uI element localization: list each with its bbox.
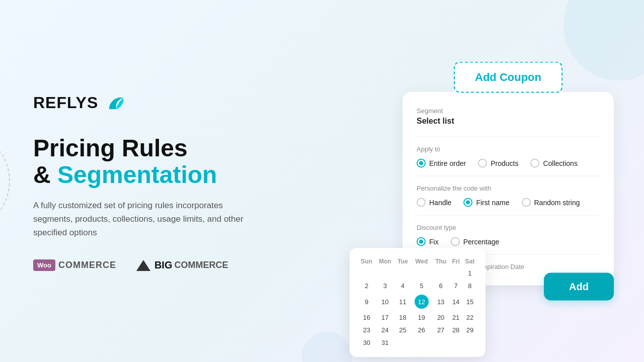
calendar-week-row: 1 — [358, 267, 477, 280]
discount-type-section: Discount type Fix Percentage — [417, 224, 600, 246]
radio-handle[interactable]: Handle — [417, 198, 451, 207]
calendar-body: 1234567891011121314151617181920212223242… — [358, 267, 477, 349]
logo-area: REFLYS — [33, 91, 315, 115]
calendar-day[interactable]: 15 — [462, 292, 477, 311]
calendar-day[interactable]: 1 — [462, 267, 477, 280]
calendar-week-row: 9101112131415 — [358, 292, 477, 311]
radio-fix[interactable]: Fix — [417, 237, 439, 246]
calendar-day[interactable]: 26 — [411, 324, 432, 336]
calendar-day[interactable]: 27 — [432, 324, 449, 336]
calendar-day[interactable]: 18 — [394, 311, 411, 324]
calendar-week-row: 16171819202122 — [358, 311, 477, 324]
heading-line1: Pricing Rules — [33, 135, 315, 162]
woocommerce-logo: Woo COMMERCE — [33, 259, 116, 271]
heading-prefix: & — [33, 161, 57, 188]
calendar-day[interactable]: 28 — [449, 324, 462, 336]
bigcommerce-logo: BIG COMMERCE — [136, 259, 228, 271]
cal-day-thu: Thu — [432, 256, 449, 267]
calendar-day — [432, 336, 449, 349]
calendar-day[interactable]: 21 — [449, 311, 462, 324]
calendar-grid: Sun Mon Tue Wed Thu Fri Sat 123456789101… — [358, 256, 477, 349]
bg-decoration-circle-tr — [564, 0, 644, 80]
add-button[interactable]: Add — [544, 273, 614, 301]
left-panel: REFLYS Pricing Rules & Segmentation A fu… — [33, 0, 315, 362]
calendar-day[interactable]: 17 — [375, 311, 394, 324]
calendar-day[interactable]: 30 — [358, 336, 375, 349]
calendar-day[interactable]: 29 — [462, 324, 477, 336]
radio-first-name[interactable]: First name — [463, 198, 509, 207]
cal-day-mon: Mon — [375, 256, 394, 267]
calendar-day — [449, 336, 462, 349]
calendar-day[interactable]: 2 — [358, 280, 375, 292]
radio-products[interactable]: Products — [478, 159, 518, 168]
calendar-day — [432, 267, 449, 280]
calendar-day[interactable]: 12 — [411, 292, 432, 311]
calendar-day[interactable]: 9 — [358, 292, 375, 311]
calendar-day[interactable]: 19 — [411, 311, 432, 324]
cal-day-sat: Sat — [462, 256, 477, 267]
calendar-day[interactable]: 25 — [394, 324, 411, 336]
radio-first-name-label: First name — [476, 199, 509, 207]
radio-entire-order[interactable]: Entire order — [417, 159, 466, 168]
segment-section: Segment Select list — [417, 107, 600, 126]
radio-products-label: Products — [491, 159, 518, 167]
personalize-radio-group: Handle First name Random string — [417, 198, 600, 207]
radio-collections-circle — [530, 159, 539, 168]
radio-percentage-label: Percentage — [463, 238, 500, 246]
radio-percentage-circle — [451, 237, 460, 246]
calendar-day — [375, 267, 394, 280]
calendar-week-row: 3031 — [358, 336, 477, 349]
radio-handle-circle — [417, 198, 426, 207]
calendar-day[interactable]: 7 — [449, 280, 462, 292]
subtext: A fully customized set of pricing rules … — [33, 199, 265, 240]
calendar-day[interactable]: 3 — [375, 280, 394, 292]
calendar-day[interactable]: 11 — [394, 292, 411, 311]
calendar-day[interactable]: 13 — [432, 292, 449, 311]
divider-1 — [417, 137, 600, 137]
calendar-day[interactable]: 10 — [375, 292, 394, 311]
bigcommerce-text: COMMERCE — [174, 260, 228, 270]
segment-label: Segment — [417, 107, 600, 115]
calendar-day[interactable]: 14 — [449, 292, 462, 311]
calendar-day — [358, 267, 375, 280]
calendar-day[interactable]: 20 — [432, 311, 449, 324]
personalize-label: Personalize the code with — [417, 185, 600, 192]
radio-products-circle — [478, 159, 487, 168]
cal-day-fri: Fri — [449, 256, 462, 267]
radio-handle-label: Handle — [429, 199, 451, 207]
radio-entire-order-label: Entire order — [429, 159, 466, 167]
radio-percentage[interactable]: Percentage — [451, 237, 500, 246]
heading-line2: & Segmentation — [33, 162, 315, 189]
calendar-day — [449, 267, 462, 280]
radio-fix-label: Fix — [429, 238, 439, 246]
calendar-day — [462, 336, 477, 349]
add-coupon-button[interactable]: Add Coupon — [454, 62, 562, 93]
apply-to-label: Apply to — [417, 145, 600, 153]
calendar-day[interactable]: 8 — [462, 280, 477, 292]
calendar-day[interactable]: 16 — [358, 311, 375, 324]
radio-random-string[interactable]: Random string — [522, 198, 580, 207]
radio-first-name-circle — [463, 198, 472, 207]
radio-collections-label: Collections — [543, 159, 577, 167]
discount-type-radio-group: Fix Percentage — [417, 237, 600, 246]
calendar-header-row: Sun Mon Tue Wed Thu Fri Sat — [358, 256, 477, 267]
calendar-day[interactable]: 5 — [411, 280, 432, 292]
calendar-day[interactable]: 6 — [432, 280, 449, 292]
logo-text: REFLYS — [33, 94, 98, 112]
calendar-day[interactable]: 22 — [462, 311, 477, 324]
radio-collections[interactable]: Collections — [530, 159, 577, 168]
segment-value[interactable]: Select list — [417, 117, 600, 126]
cal-day-tue: Tue — [394, 256, 411, 267]
radio-random-string-circle — [522, 198, 531, 207]
heading-teal: Segmentation — [57, 161, 217, 188]
expiration-date-label: Expiration Date — [479, 263, 524, 270]
radio-entire-order-circle — [417, 159, 426, 168]
apply-to-section: Apply to Entire order Products Collectio… — [417, 145, 600, 168]
calendar-day — [394, 267, 411, 280]
calendar-day[interactable]: 31 — [375, 336, 394, 349]
calendar-day[interactable]: 24 — [375, 324, 394, 336]
big-triangle-icon — [136, 260, 150, 271]
calendar-day[interactable]: 23 — [358, 324, 375, 336]
calendar-day[interactable]: 4 — [394, 280, 411, 292]
cal-day-wed: Wed — [411, 256, 432, 267]
